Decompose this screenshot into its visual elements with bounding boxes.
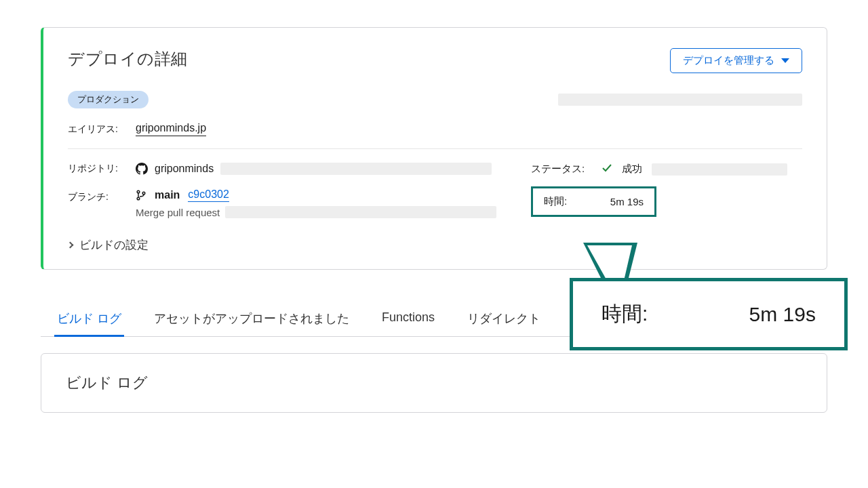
github-icon [136,163,148,175]
git-branch-icon [136,190,146,201]
callout-value: 5m 19s [749,303,816,326]
callout-label: 時間: [601,300,648,328]
alias-row: エイリアス: griponminds.jp [68,122,802,136]
commit-message: Merge pull request [136,207,220,218]
alias-label: エイリアス: [68,123,122,136]
svg-point-1 [137,197,140,200]
chevron-right-icon [67,242,74,249]
redacted-bar [558,94,802,106]
status-label: ステータス: [531,163,592,176]
right-col: ステータス: 成功 時間: 5m 19s [531,163,802,217]
badge-row: プロダクション [68,91,802,108]
build-log-title: ビルド ログ [66,373,802,393]
duration-callout: 時間: 5m 19s [570,278,848,350]
alias-link[interactable]: griponminds.jp [136,122,206,136]
commit-message-line: Merge pull request [136,206,496,218]
svg-point-2 [142,192,145,195]
redacted-bar [652,163,787,176]
repository-value: griponminds [136,163,492,175]
redacted-bar [225,206,496,218]
branch-row: ブランチ: main c9c0302 Merge pull request [68,188,517,218]
svg-point-0 [137,190,140,193]
duration-box-highlighted: 時間: 5m 19s [531,186,656,217]
duration-value: 5m 19s [610,196,644,207]
tab-redirect[interactable]: リダイレクト [465,302,543,336]
details-grid: リポジトリ: griponminds ブランチ: main [68,163,802,218]
branch-label: ブランチ: [68,188,122,203]
caret-down-icon [781,58,789,63]
commit-hash-link[interactable]: c9c0302 [188,188,229,202]
deploy-detail-card: デプロイの詳細 デプロイを管理する プロダクション エイリアス: griponm… [41,27,827,270]
branch-name: main [155,189,180,201]
manage-deploy-button[interactable]: デプロイを管理する [670,48,802,73]
check-icon [601,163,612,176]
manage-deploy-label: デプロイを管理する [683,54,774,67]
production-badge: プロダクション [68,91,149,108]
tab-build-log[interactable]: ビルド ログ [54,302,124,336]
build-log-panel: ビルド ログ [41,353,827,413]
left-col: リポジトリ: griponminds ブランチ: main [68,163,517,218]
card-header: デプロイの詳細 デプロイを管理する [68,48,802,73]
branch-details: main c9c0302 Merge pull request [136,188,496,218]
redacted-bar [220,163,492,175]
build-settings-label: ビルドの設定 [79,237,149,253]
repository-name: griponminds [155,163,214,175]
divider [68,148,802,149]
status-row: ステータス: 成功 [531,163,802,176]
duration-label: 時間: [544,195,567,208]
branch-meta: main c9c0302 [136,188,496,202]
status-value: 成功 [622,163,642,176]
card-title: デプロイの詳細 [68,48,188,70]
repository-label: リポジトリ: [68,163,122,175]
tab-assets-uploaded[interactable]: アセットがアップロードされました [151,302,352,336]
repository-row: リポジトリ: griponminds [68,163,517,175]
tab-functions[interactable]: Functions [379,302,437,336]
